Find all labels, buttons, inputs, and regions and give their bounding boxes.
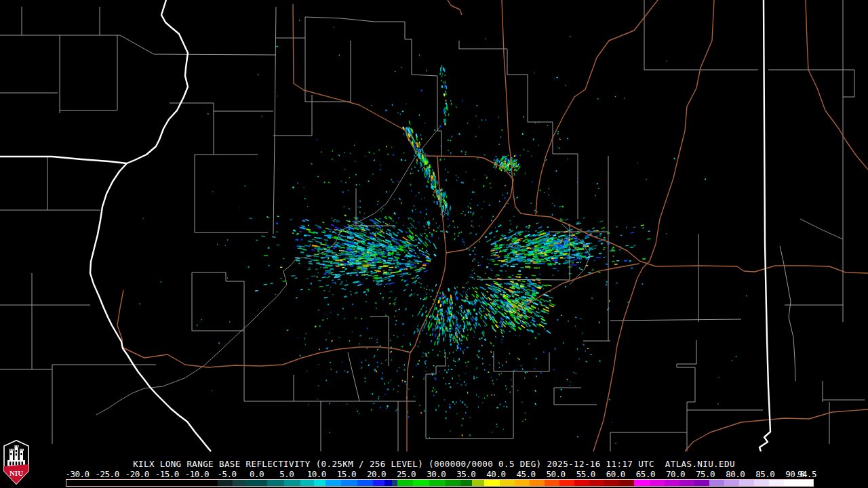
colorbar-segment <box>574 480 589 486</box>
scale-tick-label: -30.0 <box>65 469 89 479</box>
colorbar-segment <box>530 480 545 486</box>
colorbar-segment <box>784 480 813 486</box>
colorbar-segment <box>665 480 679 486</box>
scale-tick-label: 50.0 <box>547 469 566 479</box>
colorbar-segment <box>545 480 559 486</box>
colorbar-segment <box>326 480 341 486</box>
colorbar-segment <box>218 480 233 486</box>
colorbar-below-zero-segment <box>66 480 218 486</box>
colorbar-segment <box>694 480 709 486</box>
scale-tick-label: 70.0 <box>666 469 685 479</box>
scale-tick-label: 60.0 <box>606 469 625 479</box>
colorbar-segment <box>634 480 650 486</box>
colorbar-segment <box>413 480 429 486</box>
scale-tick-label: 80.0 <box>726 469 745 479</box>
colorbar-segment <box>515 480 530 486</box>
scale-tick-label: 0.0 <box>250 469 264 479</box>
scale-tick-label: 20.0 <box>367 469 386 479</box>
colorbar-segment <box>397 480 413 486</box>
colorbar-segment <box>709 480 724 486</box>
scale-tick-label: 94.5 <box>797 469 816 479</box>
colorbar-segment <box>739 480 754 486</box>
colorbar-segment <box>769 480 784 486</box>
colorbar-segment <box>679 480 694 486</box>
base-map-layer <box>0 0 868 453</box>
scale-tick-label: 55.0 <box>576 469 595 479</box>
scale-tick-label: 45.0 <box>516 469 535 479</box>
scale-tick-label: -5.0 <box>217 469 236 479</box>
scale-tick-label: 10.0 <box>307 469 326 479</box>
scale-tick-label: 75.0 <box>696 469 715 479</box>
colorbar-segment <box>429 480 446 486</box>
scale-tick-label: 15.0 <box>337 469 356 479</box>
colorbar-segment <box>650 480 665 486</box>
colorbar-segment <box>724 480 739 486</box>
colorbar-segment <box>233 480 245 486</box>
scale-tick-label: 85.0 <box>755 469 774 479</box>
colorbar-segment <box>446 480 460 486</box>
scale-tick-label: 5.0 <box>279 469 294 479</box>
colorbar-segment <box>619 480 634 486</box>
scale-tick-label: -15.0 <box>155 469 179 479</box>
scale-tick-label: 25.0 <box>397 469 416 479</box>
colorbar-segment <box>472 480 484 486</box>
colorbar-segment <box>484 480 500 486</box>
colorbar-segment <box>392 480 397 486</box>
colorbar-segment <box>589 480 604 486</box>
scale-tick-label: 40.0 <box>486 469 505 479</box>
colorbar-segment <box>357 480 373 486</box>
colorbar-segment <box>460 480 472 486</box>
product-caption: KILX LONG RANGE BASE REFLECTIVITY (0.25K… <box>0 459 868 469</box>
niu-logo: NIU <box>3 440 29 485</box>
scale-tick-label: 65.0 <box>636 469 655 479</box>
colorbar-segment <box>754 480 769 486</box>
colorbar-segment <box>267 480 284 486</box>
niu-logo-text: NIU <box>9 469 23 477</box>
radar-display: KILX LONG RANGE BASE REFLECTIVITY (0.25K… <box>0 0 868 488</box>
colorbar-segment <box>500 480 515 486</box>
colorbar-segment <box>314 480 326 486</box>
colorbar-segment <box>300 480 314 486</box>
scale-tick-label: 30.0 <box>427 469 446 479</box>
colorbar-segment <box>373 480 384 486</box>
colorbar-segment <box>245 480 267 486</box>
colorbar-segment <box>559 480 574 486</box>
scale-tick-label: 35.0 <box>456 469 475 479</box>
colorbar-segment <box>604 480 619 486</box>
scale-tick-label: -10.0 <box>185 469 209 479</box>
scale-tick-label: -20.0 <box>125 469 149 479</box>
scale-tick-label: -25.0 <box>96 469 119 479</box>
colorbar-scale-labels: -30.0-25.0-20.0-15.0-10.0-5.00.05.010.01… <box>0 469 868 479</box>
colorbar-segment <box>341 480 357 486</box>
colorbar-segment <box>384 480 392 486</box>
colorbar-segment <box>284 480 300 486</box>
reflectivity-colorbar <box>66 479 814 487</box>
